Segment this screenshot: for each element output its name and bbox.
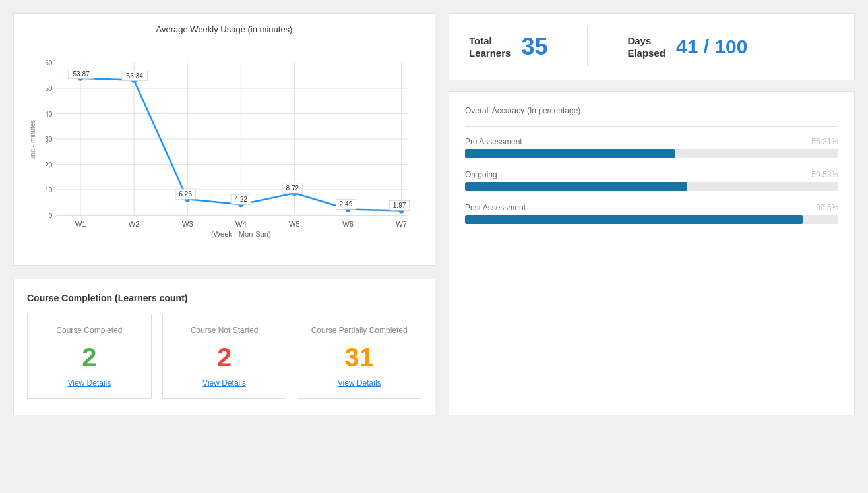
bar-track-ongoing <box>465 182 838 191</box>
svg-text:4.22: 4.22 <box>234 196 247 203</box>
total-learners-value: 35 <box>521 33 547 61</box>
svg-text:20: 20 <box>45 161 53 169</box>
svg-text:2.49: 2.49 <box>340 200 353 208</box>
view-details-completed[interactable]: View Details <box>36 378 143 388</box>
completion-box-completed: Course Completed 2 View Details <box>27 314 152 399</box>
bar-fill-pre <box>465 149 675 158</box>
box-label-completed: Course Completed <box>36 325 143 336</box>
svg-text:1.97: 1.97 <box>393 202 406 209</box>
total-learners-label: TotalLearners <box>469 34 511 60</box>
svg-text:53.34: 53.34 <box>127 72 144 80</box>
bar-group-post: Post Assessment 90.5% <box>465 203 838 224</box>
svg-text:60: 60 <box>45 59 53 67</box>
completion-box-not-started: Course Not Started 2 View Details <box>162 314 287 399</box>
svg-text:40: 40 <box>45 111 53 118</box>
box-label-partial: Course Partially Completed <box>305 325 413 336</box>
completion-card: Course Completion (Learners count) Cours… <box>13 279 435 415</box>
bar-label-post: Post Assessment <box>465 203 526 212</box>
svg-text:6.26: 6.26 <box>179 190 192 198</box>
bar-label-pre: Pre Assessment <box>465 137 522 146</box>
bar-fill-post <box>465 215 803 224</box>
accuracy-title-sub: (In percentage) <box>527 106 580 115</box>
svg-text:(Week - Mon-Sun): (Week - Mon-Sun) <box>211 230 271 238</box>
accuracy-title: Overall Accuracy (In percentage) <box>465 105 838 115</box>
right-panel: TotalLearners 35 DaysElapsed 41 / 100 Ov… <box>449 13 855 415</box>
left-panel: Average Weekly Usage (in minutes) unit -… <box>13 13 435 415</box>
view-details-partial[interactable]: View Details <box>305 378 413 388</box>
accuracy-title-main: Overall Accuracy <box>465 106 524 115</box>
accuracy-card: Overall Accuracy (In percentage) Pre Ass… <box>449 91 855 415</box>
completion-title: Course Completion (Learners count) <box>27 293 421 303</box>
bar-label-row-pre: Pre Assessment 56.21% <box>465 137 838 146</box>
y-axis-label: unit - minutes <box>29 120 36 160</box>
box-number-completed: 2 <box>36 344 143 370</box>
box-number-not-started: 2 <box>171 344 278 370</box>
completion-boxes: Course Completed 2 View Details Course N… <box>27 314 421 399</box>
bar-pct-ongoing: 59.53% <box>811 170 838 179</box>
svg-text:50: 50 <box>45 85 53 92</box>
view-details-not-started[interactable]: View Details <box>171 378 278 388</box>
svg-text:53.87: 53.87 <box>73 71 90 78</box>
bar-fill-ongoing <box>465 182 687 191</box>
bar-group-ongoing: On going 59.53% <box>465 170 838 191</box>
bar-track-post <box>465 215 838 224</box>
chart-area: unit - minutes 60 50 40 30 20 <box>27 41 421 252</box>
box-number-partial: 31 <box>305 344 413 370</box>
svg-text:W5: W5 <box>289 220 300 228</box>
svg-text:0: 0 <box>49 212 53 219</box>
bar-label-row-ongoing: On going 59.53% <box>465 170 838 179</box>
line-chart-svg: unit - minutes 60 50 40 30 20 <box>27 41 421 239</box>
stats-card: TotalLearners 35 DaysElapsed 41 / 100 <box>449 13 855 80</box>
days-elapsed-value: 41 / 100 <box>676 36 747 58</box>
svg-text:W3: W3 <box>182 220 193 228</box>
bar-label-row-post: Post Assessment 90.5% <box>465 203 838 212</box>
chart-card: Average Weekly Usage (in minutes) unit -… <box>13 13 435 266</box>
svg-text:W6: W6 <box>342 220 354 228</box>
days-elapsed-label: DaysElapsed <box>627 34 666 60</box>
svg-text:30: 30 <box>45 136 53 143</box>
main-layout: Average Weekly Usage (in minutes) unit -… <box>13 13 855 415</box>
bar-track-pre <box>465 149 838 158</box>
stat-divider <box>587 27 588 67</box>
bar-group-pre: Pre Assessment 56.21% <box>465 137 838 158</box>
svg-text:8.72: 8.72 <box>286 185 299 192</box>
svg-text:W2: W2 <box>129 220 140 228</box>
accuracy-divider <box>465 126 838 127</box>
bar-label-ongoing: On going <box>465 170 497 179</box>
bar-pct-pre: 56.21% <box>811 137 838 146</box>
svg-text:W7: W7 <box>396 220 407 228</box>
completion-box-partial: Course Partially Completed 31 View Detai… <box>297 314 421 399</box>
svg-text:W4: W4 <box>235 220 247 228</box>
bar-pct-post: 90.5% <box>816 203 838 212</box>
svg-text:10: 10 <box>45 187 53 194</box>
days-elapsed-stat: DaysElapsed 41 / 100 <box>627 34 747 60</box>
svg-text:W1: W1 <box>75 220 86 228</box>
total-learners-stat: TotalLearners 35 <box>469 33 547 61</box>
chart-title: Average Weekly Usage (in minutes) <box>27 24 421 34</box>
box-label-not-started: Course Not Started <box>171 325 278 336</box>
